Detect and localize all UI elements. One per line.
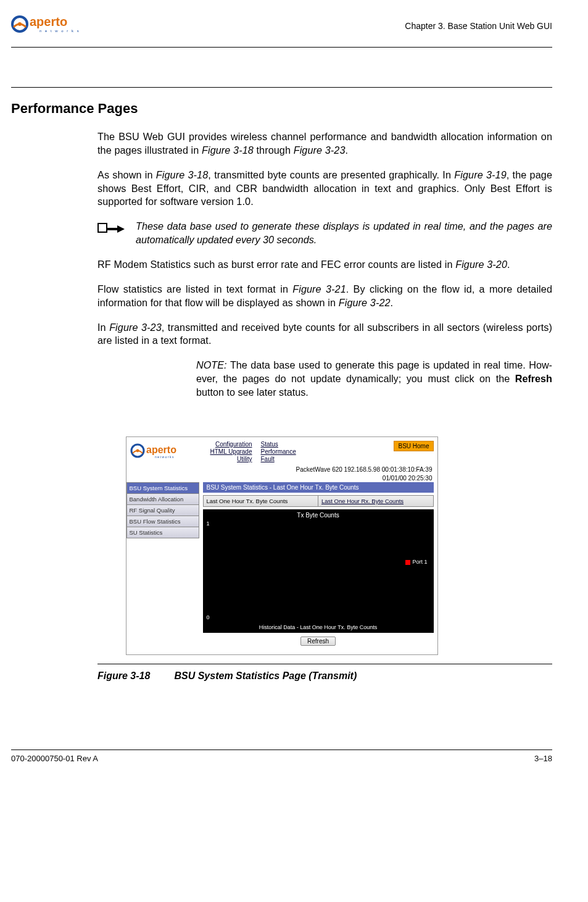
legend-swatch-icon <box>405 560 410 565</box>
section-title: Performance Pages <box>11 101 144 117</box>
svg-text:aperto: aperto <box>146 445 176 455</box>
bsu-home-button[interactable]: BSU Home <box>394 441 433 451</box>
embedded-screenshot: aperto networks Configuration HTML Upgra… <box>126 436 438 655</box>
svg-rect-4 <box>98 223 107 232</box>
link-html-upgrade[interactable]: HTML Upgrade <box>210 448 252 455</box>
sidebar-item-su-stats[interactable]: SU Statistics <box>126 527 199 538</box>
ss-main: BSU System Statistics - Last One Hour Tx… <box>199 482 437 654</box>
sidebar-item-bsu-flow[interactable]: BSU Flow Statistics <box>126 516 199 527</box>
svg-point-6 <box>136 449 139 452</box>
link-utility[interactable]: Utility <box>210 456 252 462</box>
tab-row: Last One Hour Tx. Byte Counts Last One H… <box>203 495 434 507</box>
x-axis-caption: Historical Data - Last One Hour Tx. Byte… <box>203 624 434 630</box>
link-status[interactable]: Status <box>261 441 296 448</box>
refresh-button[interactable]: Refresh <box>300 637 336 646</box>
page-header: aperto n e t w o r k s Chapter 3. Base S… <box>11 11 552 43</box>
figure-caption: Figure 3-18 BSU System Statistics Page (… <box>97 670 552 682</box>
note-paragraph: NOTE: The data base used to generate thi… <box>196 359 552 399</box>
refresh-row: Refresh <box>203 633 434 651</box>
ss-sidebar: BSU System Statistics Bandwidth Allocati… <box>126 482 199 538</box>
figure-title: BSU System Statistics Page (Transmit) <box>174 670 357 681</box>
svg-text:n e t w o r k s: n e t w o r k s <box>39 29 79 33</box>
hand-note-text: These data base used to generate these d… <box>136 220 552 247</box>
link-configuration[interactable]: Configuration <box>210 441 252 448</box>
sidebar-item-rf-signal[interactable]: RF Signal Quality <box>126 505 199 516</box>
y-axis-min: 0 <box>207 614 210 620</box>
tab-rx-counts[interactable]: Last One Hour Rx. Byte Counts <box>318 495 434 507</box>
svg-point-1 <box>18 22 22 26</box>
link-performance[interactable]: Performance <box>261 448 296 455</box>
page-footer: 070-20000750-01 Rev A 3–18 <box>11 750 552 763</box>
y-axis-max: 1 <box>207 520 210 527</box>
tab-tx-counts[interactable]: Last One Hour Tx. Byte Counts <box>203 495 319 507</box>
header-rule <box>11 47 552 48</box>
ss-header: aperto networks Configuration HTML Upgra… <box>126 437 437 465</box>
pointing-hand-icon <box>97 220 126 241</box>
paragraph-3: RF Modem Statistics such as burst error … <box>97 258 552 272</box>
link-fault[interactable]: Fault <box>261 456 296 462</box>
ss-nav-links: Configuration HTML Upgrade Utility Statu… <box>210 441 296 462</box>
paragraph-5: In Figure 3-23, transmitted and received… <box>97 321 552 348</box>
paragraph-1: The BSU Web GUI provides wireless channe… <box>97 130 552 157</box>
chapter-label: Chapter 3. Base Station Unit Web GUI <box>405 21 552 31</box>
panel-title-bar: BSU System Statistics - Last One Hour Tx… <box>203 482 434 493</box>
figure-wrap: aperto networks Configuration HTML Upgra… <box>11 436 552 655</box>
sidebar-item-bsu-stats[interactable]: BSU System Statistics <box>126 482 199 494</box>
hand-note: These data base used to generate these d… <box>97 220 552 247</box>
sidebar-item-bandwidth[interactable]: Bandwidth Allocation <box>126 494 199 505</box>
body-block: The BSU Web GUI provides wireless channe… <box>97 130 552 399</box>
chart-legend: Port 1 <box>405 559 427 565</box>
device-info-line-1: PacketWave 620 192.168.5.98 00:01:38:10:… <box>126 465 437 474</box>
footer-page-number: 3–18 <box>534 754 552 763</box>
footer-doc-id: 070-20000750-01 Rev A <box>11 754 98 763</box>
chart-title: Tx Byte Counts <box>203 509 434 519</box>
svg-text:networks: networks <box>155 455 175 459</box>
tx-byte-chart: Tx Byte Counts 1 0 Port 1 Historical Dat… <box>203 509 434 633</box>
paragraph-4: Flow statistics are listed in text forma… <box>97 283 552 310</box>
svg-text:aperto: aperto <box>30 15 67 28</box>
section-rule <box>11 87 552 88</box>
figure-rule <box>97 664 552 664</box>
device-info-line-2: 01/01/00 20:25:30 <box>126 474 437 482</box>
ss-aperto-logo: aperto networks <box>130 441 192 462</box>
paragraph-2: As shown in Figure 3-18, transmitted byt… <box>97 169 552 209</box>
aperto-logo: aperto n e t w o r k s <box>11 11 79 40</box>
figure-number: Figure 3-18 <box>97 670 172 682</box>
